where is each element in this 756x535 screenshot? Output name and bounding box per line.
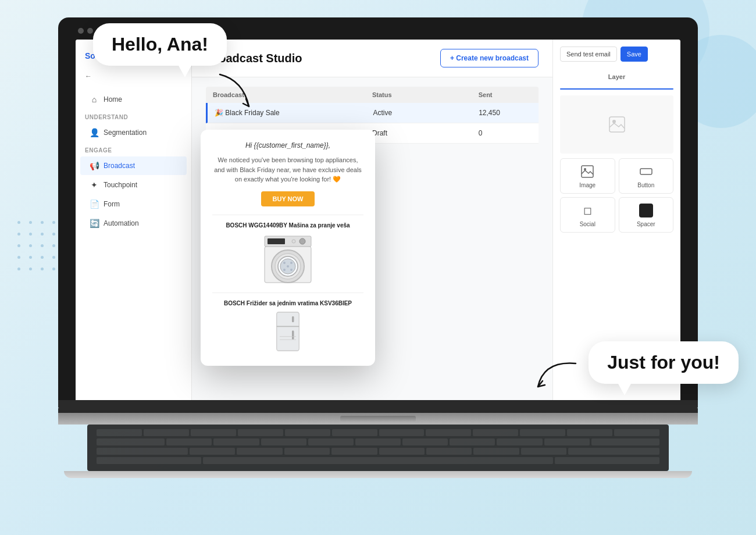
hello-bubble-text: Hello, Ana! [112, 34, 208, 55]
email-popup-content: Hi {{customer_first_name}}, We noticed y… [201, 130, 375, 366]
row-status: Draft [372, 129, 479, 137]
panel-block-spacer-label: Spacer [637, 221, 655, 227]
sidebar-item-broadcast[interactable]: 📢 Broadcast [80, 156, 187, 175]
col-status: Status [372, 91, 479, 98]
svg-point-7 [299, 238, 305, 244]
svg-point-17 [290, 269, 293, 271]
sidebar-item-form[interactable]: 📄 Form [80, 195, 187, 213]
panel-block-image-label: Image [579, 182, 595, 188]
product-2-name: BOSCH Frižider sa jednim vratima KSV36BI… [212, 300, 363, 306]
sidebar-form-label: Form [104, 200, 120, 208]
email-preview-popup: Hi {{customer_first_name}}, We noticed y… [201, 130, 375, 366]
laptop-keyboard-wrapper [70, 425, 686, 471]
social-icon: ◻ [579, 202, 595, 219]
sidebar-home-label: Home [104, 95, 122, 104]
sidebar-section-engage: ENGAGE [76, 142, 191, 156]
email-body-text: We noticed you've been browsing top appl… [212, 155, 363, 184]
email-buy-button[interactable]: BUY NOW [261, 191, 315, 206]
svg-rect-0 [609, 117, 625, 132]
form-icon: 📄 [90, 199, 99, 209]
sidebar-section-understand: UNDERSTAND [76, 109, 191, 123]
panel-block-button[interactable]: Button [619, 158, 674, 194]
sidebar-back-btn[interactable]: ← [76, 72, 191, 90]
col-sent: Sent [479, 91, 532, 98]
laptop-foot [64, 471, 692, 478]
panel-actions: Send test email Save [560, 47, 673, 62]
segmentation-icon: 👤 [90, 128, 99, 137]
svg-point-18 [287, 265, 289, 268]
sidebar-automation-label: Automation [104, 219, 139, 227]
sidebar-item-automation[interactable]: 🔄 Automation [80, 214, 187, 233]
panel-block-social-label: Social [580, 221, 595, 227]
layer-canvas-area [560, 95, 673, 154]
sidebar-item-home[interactable]: ⌂ Home [80, 90, 187, 109]
laptop-keyboard [87, 425, 669, 471]
sidebar-item-touchpoint[interactable]: ✦ Touchpoint [80, 176, 187, 194]
svg-rect-6 [268, 238, 285, 244]
email-product-2: BOSCH Frižider sa jednim vratima KSV36BI… [212, 293, 363, 354]
washing-machine-image [259, 233, 317, 286]
sidebar-segmentation-label: Segmentation [104, 129, 147, 137]
spacer-icon [638, 202, 654, 219]
svg-rect-22 [292, 330, 294, 340]
hello-arrow [208, 69, 261, 115]
image-block-icon [608, 116, 626, 133]
panel-blocks: Image Button ◻ Social [560, 158, 673, 233]
laptop-dot-2 [87, 28, 93, 34]
svg-point-15 [290, 262, 293, 264]
app-screen: Solver AI Suite ← ⌂ Home UNDERSTAND 👤 Se… [76, 40, 680, 400]
svg-point-16 [283, 269, 286, 271]
laptop-trackpad-notch [340, 416, 416, 422]
sidebar-broadcast-label: Broadcast [104, 162, 135, 170]
laptop-hinge [58, 400, 698, 408]
panel-block-button-label: Button [637, 182, 654, 188]
email-greeting: Hi {{customer_first_name}}, [212, 141, 363, 149]
broadcast-icon: 📢 [90, 161, 99, 170]
svg-rect-4 [640, 169, 652, 174]
svg-rect-21 [292, 316, 294, 322]
row-sent: 0 [479, 129, 532, 137]
row-status: Active [373, 109, 479, 117]
save-button[interactable]: Save [621, 47, 648, 62]
product-1-name: BOSCH WGG14409BY Mašina za pranje veša [212, 222, 363, 229]
email-product-1: BOSCH WGG14409BY Mašina za pranje veša [212, 215, 363, 288]
hello-bubble: Hello, Ana! [93, 23, 227, 66]
layer-label: Layer [560, 71, 673, 83]
svg-point-14 [283, 262, 286, 264]
svg-rect-19 [277, 312, 299, 351]
panel-divider [560, 88, 673, 90]
sidebar-touchpoint-label: Touchpoint [104, 181, 137, 189]
panel-block-image[interactable]: Image [560, 158, 615, 194]
send-test-email-button[interactable]: Send test email [560, 47, 617, 62]
just-arrow [526, 355, 584, 395]
laptop-wrapper: Solver AI Suite ← ⌂ Home UNDERSTAND 👤 Se… [58, 17, 698, 478]
laptop-dot-1 [78, 28, 84, 34]
laptop-base-top [58, 408, 698, 413]
automation-icon: 🔄 [90, 219, 99, 228]
create-broadcast-button[interactable]: + Create new broadcast [440, 49, 539, 67]
sidebar-item-segmentation[interactable]: 👤 Segmentation [80, 123, 187, 142]
keyboard-rows [87, 425, 669, 469]
button-icon [638, 163, 654, 180]
fridge-image [270, 311, 305, 352]
laptop-base-body [58, 413, 698, 425]
app-container: Solver AI Suite ← ⌂ Home UNDERSTAND 👤 Se… [76, 40, 680, 400]
touchpoint-icon: ✦ [90, 180, 99, 190]
image-icon [579, 163, 595, 180]
row-sent: 12,450 [479, 109, 532, 117]
sidebar: Solver AI Suite ← ⌂ Home UNDERSTAND 👤 Se… [76, 40, 192, 400]
panel-block-spacer[interactable]: Spacer [619, 197, 674, 233]
just-for-you-text: Just for you! [607, 352, 720, 373]
home-icon: ⌂ [90, 95, 99, 104]
panel-block-social[interactable]: ◻ Social [560, 197, 615, 233]
svg-point-8 [292, 240, 295, 243]
just-for-you-bubble: Just for you! [589, 341, 739, 384]
